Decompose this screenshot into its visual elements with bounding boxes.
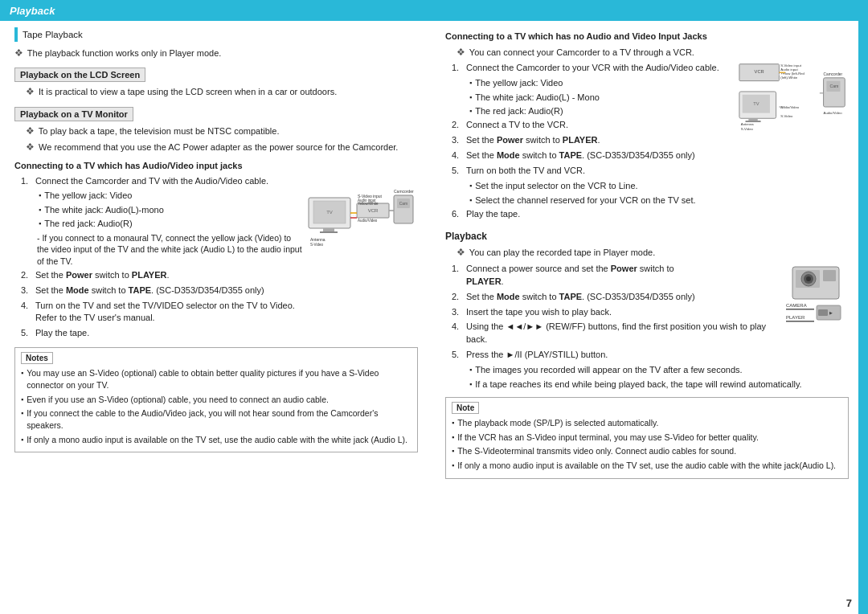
svg-text:(left)-White: (left)-White xyxy=(780,76,797,80)
svg-text:S-Video: S-Video xyxy=(741,127,754,131)
svg-text:Antenna: Antenna xyxy=(310,237,326,242)
svg-rect-56 xyxy=(818,309,828,316)
noav-step5-bullets: Set the input selector on the VCR to Lin… xyxy=(460,180,849,207)
pb-step5: 5. Press the ►/II (PLAY/STILL) button. xyxy=(452,349,849,362)
svg-text:Yellow/White: Yellow/White xyxy=(358,202,379,206)
camera-diagram-container: CAMERA PLAYER ▶ xyxy=(784,263,849,327)
note4: If only a mono audio input is available … xyxy=(21,434,411,446)
svg-rect-3 xyxy=(323,228,334,231)
pb-step1: 1. Connect a power source and set the Po… xyxy=(452,263,778,289)
playback-intro: ❖ You can play the recorded tape in Play… xyxy=(457,246,849,260)
noav-step4: 4. Set the Mode switch to TAPE. (SC-D353… xyxy=(452,149,849,162)
noav-red: The red jack: Audio(R) xyxy=(469,105,733,117)
svg-point-49 xyxy=(806,276,811,281)
section-accent xyxy=(14,27,18,42)
tv-diagram-container: TV VCR Cam S-Vid xyxy=(307,175,418,251)
av-step2: 2. Set the Power switch to PLAYER. xyxy=(21,269,418,282)
svg-text:TV: TV xyxy=(326,210,333,215)
lcd-content: ❖ It is practical to view a tape using t… xyxy=(26,85,418,99)
svg-text:Audio/Video: Audio/Video xyxy=(358,219,378,223)
tv-item2: ❖ We recommend that you use the AC Power… xyxy=(26,141,418,154)
playback-title: Playback xyxy=(445,230,849,244)
pb-step3: 3. Insert the tape you wish to play back… xyxy=(452,306,778,319)
svg-text:Camcorder: Camcorder xyxy=(824,72,843,76)
notes-box: Notes You may use an S-Video (optional) … xyxy=(14,347,418,452)
pb-images-note: The images you recorded will appear on t… xyxy=(469,364,849,376)
noav-channel: Select the channel reserved for your VCR… xyxy=(469,194,849,207)
rnote1: The playback mode (SP/LP) is selected au… xyxy=(452,417,842,429)
svg-text:▶: ▶ xyxy=(829,310,833,315)
svg-text:VCR: VCR xyxy=(368,208,379,213)
svg-text:CAMERA: CAMERA xyxy=(786,303,807,308)
left-column: Tape Playback ❖ ❖ The playback function … xyxy=(14,27,424,608)
note1: You may use an S-Video (optional) cable … xyxy=(21,367,411,391)
noav-step2: 2. Connect a TV to the VCR. xyxy=(452,119,733,132)
bullet-yellow: The yellow jack: Video xyxy=(39,190,302,202)
diamond-icon: ❖ xyxy=(14,47,23,59)
svg-text:VCR: VCR xyxy=(755,69,764,74)
page-number: 7 xyxy=(846,597,852,609)
svg-rect-30 xyxy=(748,119,757,121)
rnote2: If the VCR has an S-Video input terminal… xyxy=(452,432,842,444)
av-step5: 5. Play the tape. xyxy=(21,327,418,340)
noav-step6: 6. Play the tape. xyxy=(452,208,849,221)
svg-text:S-Video: S-Video xyxy=(780,115,793,119)
svg-rect-52 xyxy=(786,309,814,310)
svg-text:Antenna: Antenna xyxy=(741,122,755,126)
tv-section-title: Playback on a TV Monitor xyxy=(14,107,133,121)
bullet-white: The white jack: Audio(L)-mono xyxy=(39,204,302,216)
noav-white: The white jack: Audio(L) - Mono xyxy=(469,92,733,104)
svg-text:Camcorder: Camcorder xyxy=(394,189,414,194)
note2: Even if you use an S-Video (optional) ca… xyxy=(21,394,411,406)
right-border-accent xyxy=(858,0,868,614)
noav-yellow: The yellow jack: Video xyxy=(469,77,733,89)
playback-section: Playback ❖ You can play the recorded tap… xyxy=(445,230,849,392)
rnote3: The S-Videoterminal transmits video only… xyxy=(452,445,842,457)
lcd-section-title: Playback on the LCD Screen xyxy=(14,68,145,82)
noav-step3: 3. Set the Power switch to PLAYER. xyxy=(452,134,733,147)
intro-text: ❖ ❖ The playback function works only in … xyxy=(14,47,418,60)
main-content: Tape Playback ❖ ❖ The playback function … xyxy=(0,21,868,614)
svg-rect-4 xyxy=(320,231,338,233)
header-bar: Playback xyxy=(0,0,868,21)
svg-text:Cam: Cam xyxy=(399,201,408,206)
no-av-section: Connecting to a TV which has no Audio an… xyxy=(445,31,849,223)
pb-rewind-note: If a tape reaches its end while being pl… xyxy=(469,379,849,391)
note3: If you connect the cable to the Audio/Vi… xyxy=(21,407,411,431)
vcr-diagram: VCR S-Video input Audio input Yellow (le… xyxy=(738,62,849,136)
av-step4: 4. Turn on the TV and set the TV/VIDEO s… xyxy=(21,300,418,325)
pb-step4: 4. Using the ◄◄/►► (REW/FF) buttons, fin… xyxy=(452,321,778,346)
tv-item1: ❖ To play back a tape, the television mu… xyxy=(26,125,418,138)
vcr-diagram-container: VCR S-Video input Audio input Yellow (le… xyxy=(738,62,849,137)
right-column: Connecting to a TV which has no Audio an… xyxy=(439,27,849,608)
svg-text:Audio/Video: Audio/Video xyxy=(824,112,843,116)
svg-text:Cam: Cam xyxy=(829,84,838,89)
pb-step2: 2. Set the Mode switch to TAPE. (SC-D353… xyxy=(452,291,778,304)
av-step1: 1. Connect the Camcorder and TV with the… xyxy=(21,175,302,188)
svg-text:TV: TV xyxy=(753,101,759,106)
tape-playback-label: Tape Playback xyxy=(23,30,83,39)
svg-text:PLAYER: PLAYER xyxy=(786,315,805,320)
noav-step5: 5. Turn on both the TV and VCR. xyxy=(452,165,849,178)
svg-rect-50 xyxy=(823,270,836,281)
camera-diagram: CAMERA PLAYER ▶ xyxy=(784,263,849,325)
svg-text:S-Video: S-Video xyxy=(310,243,323,247)
no-av-title: Connecting to a TV which has no Audio an… xyxy=(445,31,849,43)
noav-step1: 1. Connect the Camcorder to your VCR wit… xyxy=(452,62,733,75)
right-note-title: Note xyxy=(452,402,479,414)
no-av-intro: ❖ You can connect your Camcorder to a TV… xyxy=(457,46,849,59)
bullet-red: The red jack: Audio(R) xyxy=(39,218,302,230)
pb-step5-bullets: The images you recorded will appear on t… xyxy=(460,364,849,391)
page-title: Playback xyxy=(10,5,55,17)
svg-rect-54 xyxy=(786,321,814,322)
tape-playback-section: Tape Playback xyxy=(14,27,418,42)
right-note-box: Note The playback mode (SP/LP) is select… xyxy=(445,397,849,479)
tv-av-diagram: TV VCR Cam S-Vid xyxy=(307,175,418,249)
av-section: Connecting to a TV which has Audio/Video… xyxy=(14,160,418,343)
av-section-title: Connecting to a TV which has Audio/Video… xyxy=(14,160,418,173)
noav-vcr-line: Set the input selector on the VCR to Lin… xyxy=(469,180,849,192)
notes-title: Notes xyxy=(21,352,53,364)
rnote4: If only a mono audio input is available … xyxy=(452,460,842,472)
av-step3: 3. Set the Mode switch to TAPE. (SC-D353… xyxy=(21,284,418,297)
